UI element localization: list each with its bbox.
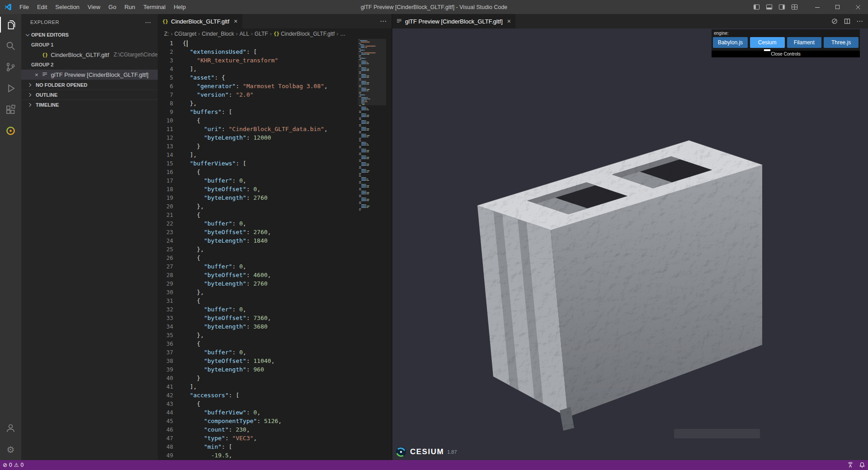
code-line[interactable]: 28 "byteOffset": 4600, [158,271,392,279]
code-line[interactable]: 20 }, [158,202,392,211]
engine-button-babylon-js[interactable]: Babylon.js [713,37,748,48]
code-line[interactable]: 49 -19.5, [158,451,392,460]
menu-run[interactable]: Run [120,0,139,14]
menu-go[interactable]: Go [104,0,120,14]
code-line[interactable]: 12 "byteLength": 12000 [158,133,392,142]
toggle-secondary-sidebar-icon[interactable] [775,0,788,14]
code-line[interactable]: 27 "buffer": 0, [158,262,392,271]
section-outline[interactable]: OUTLINE [21,89,158,99]
customize-layout-icon[interactable] [788,0,801,14]
tab-cinderblock-gltf[interactable]: {} CinderBlock_GLTF.gltf × [158,14,242,28]
code-line[interactable]: 14 ], [158,150,392,159]
section-timeline[interactable]: TIMELINE [21,99,158,109]
extensions-icon[interactable] [0,99,21,120]
code-line[interactable]: 42 "accessors": [ [158,391,392,400]
code-line[interactable]: 34 "byteLength": 3680 [158,322,392,331]
code-line[interactable]: 36 { [158,339,392,348]
code-line[interactable]: 35 }, [158,331,392,339]
split-editor-icon[interactable] [844,18,851,25]
breadcrumb-item[interactable]: {}CinderBlock_GLTF.gltf [274,31,335,37]
code-line[interactable]: 45 "componentType": 5126, [158,417,392,425]
broadcast-icon[interactable] [844,460,856,470]
code-line[interactable]: 8 }, [158,99,392,108]
code-line[interactable]: 2 "extensionsUsed": [ [158,47,392,56]
search-icon[interactable] [0,35,21,56]
more-actions-icon[interactable]: ⋯ [380,17,387,25]
code-line[interactable]: 48 "min": [ [158,442,392,451]
code-line[interactable]: 33 "byteOffset": 7360, [158,314,392,322]
code-line[interactable]: 5 "asset": { [158,73,392,82]
maximize-button[interactable] [827,0,848,14]
code-line[interactable]: 1{ [158,39,392,47]
code-line[interactable]: 19 "byteLength": 2760 [158,193,392,202]
code-line[interactable]: 26 { [158,254,392,262]
code-line[interactable]: 16 { [158,168,392,176]
code-line[interactable]: 4 ], [158,65,392,73]
code-line[interactable]: 46 "count": 230, [158,425,392,434]
open-editors-header[interactable]: OPEN EDITORS [21,30,158,40]
close-icon[interactable]: × [507,18,511,25]
close-window-button[interactable] [848,0,868,14]
code-line[interactable]: 21 { [158,211,392,219]
menu-file[interactable]: File [15,0,33,14]
settings-gear-icon[interactable]: ⚙ [0,439,21,460]
breadcrumb-item[interactable]: … [340,31,345,37]
cesium-credit[interactable]: CESIUM 1.87 [395,446,457,458]
code-line[interactable]: 38 "byteOffset": 11040, [158,357,392,365]
menu-edit[interactable]: Edit [33,0,51,14]
close-icon[interactable]: × [35,71,38,78]
more-actions-icon[interactable]: ⋯ [856,17,863,25]
code-line[interactable]: 25 }, [158,245,392,254]
code-line[interactable]: 37 "buffer": 0, [158,348,392,357]
gltf-preview-canvas[interactable]: engine: Babylon.jsCesiumFilamentThree.js… [392,28,868,460]
code-line[interactable]: 3 "KHR_texture_transform" [158,56,392,65]
breadcrumb-item[interactable]: GLTF [255,31,268,37]
code-line[interactable]: 44 "bufferView": 0, [158,408,392,417]
code-line[interactable]: 17 "buffer": 0, [158,176,392,185]
code-line[interactable]: 41 ], [158,382,392,391]
run-debug-icon[interactable] [0,78,21,99]
circle-slash-icon[interactable] [831,18,838,25]
open-editor-item-gltf-preview[interactable]: × glTF Preview [CinderBlock_GLTF.gltf] [21,70,158,80]
editor-sash[interactable] [392,14,392,460]
engine-button-filament[interactable]: Filament [787,37,822,48]
account-icon[interactable] [0,418,21,439]
minimize-button[interactable] [807,0,827,14]
code-line[interactable]: 29 "byteLength": 2760 [158,279,392,288]
vscode-logo-icon[interactable] [0,0,15,14]
tab-gltf-preview[interactable]: glTF Preview [CinderBlock_GLTF.gltf] × [392,14,515,28]
toggle-sidebar-icon[interactable] [750,0,763,14]
menu-selection[interactable]: Selection [51,0,83,14]
breadcrumb-item[interactable]: ALL [240,31,249,37]
source-control-icon[interactable] [0,56,21,78]
code-line[interactable]: 15 "bufferViews": [ [158,159,392,168]
close-controls-button[interactable]: Close Controls [712,51,860,57]
code-line[interactable]: 43 { [158,400,392,408]
toggle-panel-icon[interactable] [763,0,775,14]
engine-button-cesium[interactable]: Cesium [750,37,785,48]
code-line[interactable]: 9 "buffers": [ [158,108,392,116]
problems-status[interactable]: ⊘ 0 ⚠ 0 [0,460,26,470]
breadcrumb-item[interactable]: Z: [164,31,169,37]
minimap[interactable] [358,39,386,460]
notifications-bell-icon[interactable] [856,460,868,470]
code-line[interactable]: 24 "byteLength": 1840 [158,236,392,245]
code-line[interactable]: 13 } [158,142,392,150]
code-line[interactable]: 11 "uri": "CinderBlock_GLTF_data.bin", [158,125,392,133]
code-line[interactable]: 30 }, [158,288,392,296]
code-line[interactable]: 22 "buffer": 0, [158,219,392,228]
code-line[interactable]: 7 "version": "2.0" [158,90,392,99]
breadcrumb-item[interactable]: Cinder_Block [202,31,234,37]
code-line[interactable]: 6 "generator": "Marmoset Toolbag 3.08", [158,82,392,90]
code-line[interactable]: 23 "byteOffset": 2760, [158,228,392,236]
gltf-extension-icon[interactable] [0,120,21,141]
close-icon[interactable]: × [234,18,237,25]
breadcrumb-item[interactable]: CGtarget [175,31,197,37]
explorer-icon[interactable] [0,14,21,35]
more-actions-icon[interactable]: ⋯ [145,19,152,26]
code-line[interactable]: 32 "buffer": 0, [158,305,392,314]
open-editor-item-cinderblock[interactable]: {} CinderBlock_GLTF.gltf Z:\CGtarget\Cin… [21,50,158,60]
code-line[interactable]: 47 "type": "VEC3", [158,434,392,442]
menu-terminal[interactable]: Terminal [139,0,170,14]
code-line[interactable]: 39 "byteLength": 960 [158,365,392,374]
